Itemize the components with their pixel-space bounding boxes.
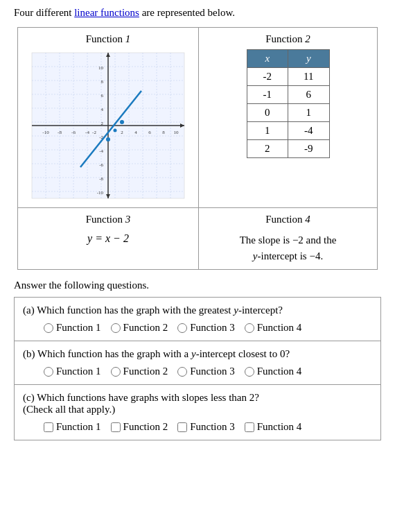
q-a-radio-3[interactable] [177,323,187,333]
svg-text:10: 10 [98,65,104,71]
fn2-cell: 6 [288,86,330,104]
svg-text:-10: -10 [42,130,49,135]
question-b-box: (b) Which function has the graph with a … [14,341,381,385]
svg-text:2: 2 [101,121,104,126]
svg-text:10: 10 [174,130,179,135]
q-c-check-4[interactable] [245,422,254,432]
question-c-box: (c) Which functions have graphs with slo… [14,385,381,440]
svg-text:8: 8 [101,79,104,85]
svg-text:-6: -6 [71,130,76,135]
graph-svg: -10 -8 -6 -4 -2 2 4 6 8 10 10 8 6 4 2 - [25,49,191,202]
function-2-table: x y -211-16011-42-9 [247,49,330,158]
function-4-cell: Function 4 The slope is −2 and they-inte… [199,208,378,270]
fn2-cell: -2 [247,68,288,86]
q-c-option-3[interactable]: Function 3 [177,421,235,433]
svg-text:4: 4 [134,130,137,135]
fn2-cell: 1 [288,104,330,122]
fn2-cell: 0 [247,104,288,122]
q-b-option-1[interactable]: Function 1 [44,366,101,377]
svg-text:-10: -10 [97,190,104,196]
q-b-option-2[interactable]: Function 2 [111,366,168,377]
function-1-cell: Function 1 [18,28,199,208]
svg-text:-8: -8 [58,130,62,135]
linear-functions-link[interactable]: linear functions [74,7,139,18]
answer-section: Answer the following questions. (a) Whic… [14,280,381,440]
svg-point-48 [120,120,124,124]
q-b-radio-1[interactable] [44,367,53,377]
function-2-cell: Function 2 x y -211-16011-42-9 [199,28,378,208]
fn2-cell: 1 [247,122,288,140]
svg-text:8: 8 [162,130,165,135]
fn2-header-y: y [288,50,330,68]
fn2-header-x: x [247,50,288,68]
question-b-text: (b) Which function has the graph with a … [23,348,372,360]
svg-text:-4: -4 [85,130,89,135]
q-a-option-2[interactable]: Function 2 [111,322,168,334]
answer-label: Answer the following questions. [14,280,381,291]
svg-point-49 [114,129,117,132]
functions-table: Function 1 [17,27,378,270]
svg-text:2: 2 [121,130,123,135]
q-b-radio-4[interactable] [245,367,254,377]
q-a-radio-2[interactable] [111,323,121,333]
function-4-title: Function 4 [206,214,370,225]
function-3-title: Function 3 [25,214,191,225]
fn2-cell: -1 [247,86,288,104]
svg-text:-8: -8 [99,176,103,182]
q-a-radio-1[interactable] [44,323,53,333]
q-b-option-4[interactable]: Function 4 [245,366,302,377]
q-c-check-1[interactable] [44,422,53,432]
q-a-option-1[interactable]: Function 1 [44,322,101,334]
question-c-options: Function 1 Function 2 Function 3 Functio… [23,421,372,433]
svg-text:-2: -2 [92,130,96,135]
fn2-cell: -4 [288,122,330,140]
q-b-option-3[interactable]: Function 3 [177,366,235,377]
fn2-cell: -9 [288,140,330,158]
fn2-cell: 11 [288,68,330,86]
function-1-title: Function 1 [25,33,191,45]
function-4-description: The slope is −2 and they-intercept is −4… [206,232,370,264]
function-3-equation: y = x − 2 [25,232,191,245]
svg-text:6: 6 [148,130,151,135]
q-c-option-1[interactable]: Function 1 [44,421,101,433]
q-c-check-3[interactable] [177,422,187,432]
question-a-box: (a) Which function has the graph with th… [14,297,381,341]
q-c-option-4[interactable]: Function 4 [245,421,302,433]
q-a-option-4[interactable]: Function 4 [245,322,302,334]
q-b-radio-2[interactable] [111,367,121,377]
svg-text:6: 6 [101,93,104,98]
question-a-options: Function 1 Function 2 Function 3 Functio… [23,322,372,334]
question-b-options: Function 1 Function 2 Function 3 Functio… [23,366,372,377]
intro-text: Four different linear functions are repr… [14,7,381,19]
q-a-radio-4[interactable] [245,323,254,333]
function-1-graph: -10 -8 -6 -4 -2 2 4 6 8 10 10 8 6 4 2 - [25,49,191,202]
function-3-cell: Function 3 y = x − 2 [18,208,199,270]
q-c-check-2[interactable] [111,422,121,432]
function-2-title: Function 2 [206,33,370,45]
question-c-text: (c) Which functions have graphs with slo… [23,392,372,415]
svg-text:4: 4 [101,107,104,112]
question-a-text: (a) Which function has the graph with th… [23,304,372,316]
svg-point-47 [106,137,110,141]
q-b-radio-3[interactable] [177,367,187,377]
q-c-option-2[interactable]: Function 2 [111,421,168,433]
svg-text:-6: -6 [99,162,103,168]
svg-text:-4: -4 [99,148,103,154]
q-a-option-3[interactable]: Function 3 [177,322,235,334]
fn2-cell: 2 [247,140,288,158]
